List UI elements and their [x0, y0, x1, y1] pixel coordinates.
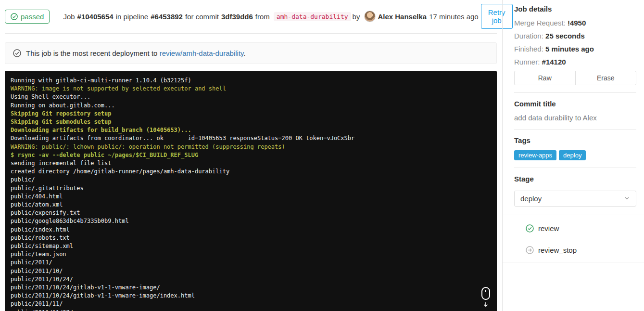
in-pipeline-word: in pipeline [116, 13, 149, 21]
author-name-link[interactable]: Alex Hanselka [378, 13, 427, 21]
status-badge: passed [5, 10, 50, 24]
job-id-link[interactable]: #10405654 [77, 13, 114, 21]
from-word: from [255, 13, 270, 21]
deployment-notice: This job is the most recent deployment t… [5, 42, 497, 64]
job-header: passed Job #10405654 in pipeline #645389… [5, 0, 497, 34]
by-word: by [353, 13, 360, 21]
raw-button[interactable]: Raw [514, 71, 576, 85]
log-line: public/google863dbc4b7335b0b9.html [11, 217, 491, 225]
status-manual-icon [526, 246, 534, 254]
log-line: Downloading artifacts from coordinator..… [11, 134, 491, 143]
log-line: Running with gitlab-ci-multi-runner 1.10… [11, 77, 491, 85]
notice-check-icon [13, 49, 21, 57]
log-line: public/2011/11/ [11, 300, 491, 308]
log-actions: Raw Erase [514, 71, 636, 85]
erase-button[interactable]: Erase [575, 71, 637, 85]
tags-list: review-appsdeploy [514, 150, 636, 160]
log-line: public/team.json [11, 250, 491, 259]
mouse-scroll-icon [480, 286, 492, 308]
job-log-terminal[interactable]: Running with gitlab-ci-multi-runner 1.10… [5, 71, 497, 311]
log-line: created directory /home/gitlab-runner/pa… [11, 168, 491, 176]
detail-label: Finished: [514, 45, 543, 53]
notice-text: This job is the most recent deployment t… [26, 49, 246, 57]
log-line: public/sitemap.xml [11, 242, 491, 250]
tags-heading: Tags [514, 136, 636, 144]
job-details-heading: Job details [514, 5, 636, 13]
log-line: public/2011/10/24/gitlab-v1-1-vmware-ima… [11, 292, 491, 300]
log-line: public/2011/10/ [11, 267, 491, 275]
log-line: $ rsync -av --delete public ~/pages/$CI_… [11, 151, 491, 159]
detail-value: 25 seconds [545, 32, 585, 40]
stage-heading: Stage [514, 175, 636, 183]
job-details-list: Merge Request: !4950Duration: 25 seconds… [514, 19, 636, 66]
stage-jobs-list: reviewreview_stop [503, 215, 644, 262]
detail-row: Merge Request: !4950 [514, 19, 636, 27]
detail-value: #14120 [542, 58, 566, 66]
status-success-icon [526, 224, 534, 233]
job-word: Job [63, 13, 75, 21]
avatar[interactable] [364, 11, 376, 22]
log-line: public/expensify.txt [11, 209, 491, 217]
job-item-review_stop[interactable]: review_stop [526, 246, 644, 254]
log-line: WARNING: image is not supported by selec… [11, 85, 491, 93]
job-item-review[interactable]: review [526, 224, 644, 233]
merge-request-link[interactable]: !4950 [568, 19, 586, 27]
log-line: Using Shell executor... [11, 93, 491, 101]
main-column: passed Job #10405654 in pipeline #645389… [0, 0, 502, 311]
job-details-section: Job details Merge Request: !4950Duration… [514, 5, 636, 93]
job-timestamp: 17 minutes ago [429, 13, 479, 21]
log-line: public/ [11, 176, 491, 184]
log-line: public/2011/ [11, 259, 491, 267]
branch-ref-badge[interactable]: amh-data-durability [274, 12, 351, 21]
commit-title-section: Commit title add data durability to Alex [514, 93, 636, 130]
detail-value: 5 minutes ago [545, 45, 594, 53]
detail-row: Duration: 25 seconds [514, 32, 636, 40]
detail-label: Duration: [514, 32, 543, 40]
tag-badge: deploy [559, 150, 586, 160]
tag-badge: review-apps [514, 150, 556, 160]
commit-title-text: add data durability to Alex [514, 114, 636, 122]
log-line: Downloading artifacts for build_branch (… [11, 126, 491, 134]
log-line: Running on about.gitlab.com... [11, 102, 491, 110]
job-page: passed Job #10405654 in pipeline #645389… [0, 0, 644, 311]
status-label: passed [21, 13, 44, 21]
detail-row: Runner: #14120 [514, 58, 636, 66]
log-line: public/robots.txt [11, 234, 491, 242]
job-sidebar: Job details Merge Request: !4950Duration… [502, 0, 644, 311]
log-line: public/2011/11/07/ [11, 309, 491, 311]
log-line: WARNING: public/: lchown public/: operat… [11, 143, 491, 151]
log-line: public/index.html [11, 226, 491, 234]
job-item-label: review_stop [538, 246, 577, 254]
log-line: Skipping Git submodules setup [11, 118, 491, 126]
chevron-down-icon [624, 194, 630, 203]
log-line: public/atom.xml [11, 201, 491, 209]
commit-sha-link[interactable]: 3df39dd6 [221, 13, 253, 21]
stage-section: Stage deploy [514, 168, 636, 215]
stage-selected-value: deploy [520, 194, 542, 203]
deployment-env-link[interactable]: review/amh-data-durability [160, 49, 244, 57]
pipeline-id-link[interactable]: #6453892 [151, 13, 183, 21]
notice-text-main: This job is the most recent deployment t… [26, 49, 157, 57]
tags-section: Tags review-appsdeploy [514, 130, 636, 168]
commit-title-heading: Commit title [514, 100, 636, 108]
stage-select[interactable]: deploy [514, 191, 636, 207]
check-circle-icon [11, 13, 18, 20]
log-line: public/2011/10/24/gitlab-v1-1-vmware-ima… [11, 284, 491, 292]
log-line: public/.gitattributes [11, 184, 491, 193]
job-item-label: review [538, 224, 559, 233]
log-line: sending incremental file list [11, 159, 491, 168]
job-info: Job #10405654 in pipeline #6453892 for c… [63, 11, 480, 22]
detail-label: Runner: [514, 58, 540, 66]
detail-label: Merge Request: [514, 19, 566, 27]
for-commit-word: for commit [185, 13, 219, 21]
log-line: Skipping Git repository setup [11, 110, 491, 118]
scroll-down-button[interactable] [480, 286, 492, 308]
notice-period: . [243, 49, 245, 57]
log-line: public/2011/10/24/ [11, 275, 491, 284]
log-line: public/404.html [11, 193, 491, 201]
detail-row: Finished: 5 minutes ago [514, 45, 636, 53]
